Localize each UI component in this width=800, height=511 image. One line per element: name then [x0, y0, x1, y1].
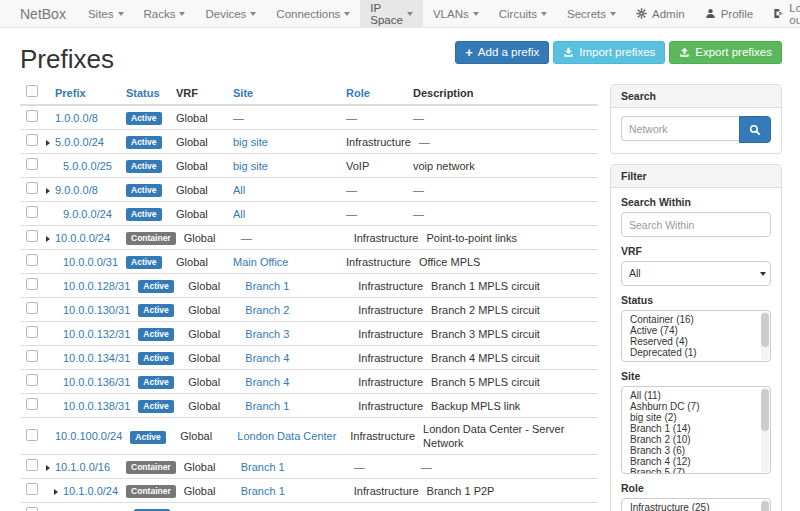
site-link[interactable]: Branch 1 [245, 280, 289, 292]
column-header-role[interactable]: Role [346, 87, 370, 99]
nav-item-log-out[interactable]: Log out [763, 0, 800, 27]
nav-item-sites[interactable]: Sites [78, 0, 134, 27]
site-link[interactable]: Branch 4 [245, 376, 289, 388]
site-link[interactable]: Branch 1 [241, 461, 285, 473]
column-header-site[interactable]: Site [233, 87, 253, 99]
vrf-cell: Global [172, 179, 229, 201]
prefix-link[interactable]: 10.0.0.0/31 [63, 255, 118, 269]
export-prefixes-button[interactable]: Export prefixes [669, 41, 782, 64]
option-branch-4-12[interactable]: Branch 4 (12) [622, 456, 770, 467]
row-checkbox[interactable] [26, 182, 38, 194]
site-link[interactable]: Branch 1 [241, 485, 285, 497]
row-checkbox[interactable] [26, 374, 38, 386]
row-checkbox[interactable] [26, 158, 38, 170]
option-active-74[interactable]: Active (74) [622, 325, 770, 336]
scrollbar-thumb[interactable] [761, 501, 769, 511]
row-checkbox[interactable] [26, 134, 38, 146]
site-multiselect[interactable]: All (11)Ashburn DC (7)big site (2)Branch… [621, 386, 771, 474]
prefix-link[interactable]: 10.0.0.0/24 [55, 231, 110, 245]
row-checkbox[interactable] [26, 278, 38, 290]
prefix-link[interactable]: 9.0.0.0/24 [63, 207, 112, 221]
option-big-site-2[interactable]: big site (2) [622, 412, 770, 423]
site-link[interactable]: Branch 3 [245, 328, 289, 340]
prefix-link[interactable]: 10.0.0.128/31 [63, 279, 130, 293]
row-checkbox[interactable] [26, 206, 38, 218]
row-checkbox[interactable] [26, 459, 38, 471]
option-all-11[interactable]: All (11) [622, 390, 770, 401]
row-checkbox[interactable] [26, 507, 38, 511]
prefix-link[interactable]: 10.0.0.132/31 [63, 327, 130, 341]
prefix-link[interactable]: 9.0.0.0/8 [55, 183, 98, 197]
vrf-cell: Global [180, 504, 237, 511]
option-infrastructure-25[interactable]: Infrastructure (25) [622, 502, 770, 511]
search-within-input[interactable] [621, 212, 771, 237]
nav-item-vlans[interactable]: VLANs [423, 0, 489, 27]
brand-link[interactable]: NetBox [12, 0, 78, 27]
nav-item-profile[interactable]: Profile [695, 0, 764, 27]
site-link[interactable]: big site [233, 136, 268, 148]
nav-item-admin[interactable]: Admin [626, 0, 695, 27]
role-multiselect[interactable]: Infrastructure (25)Management (8)Private… [621, 498, 771, 511]
role-cell: — [342, 107, 409, 129]
scrollbar-thumb[interactable] [761, 389, 769, 431]
search-input[interactable] [621, 116, 739, 141]
scrollbar-track [761, 312, 769, 360]
row-checkbox[interactable] [26, 326, 38, 338]
prefix-link[interactable]: 10.1.0.0/25 [71, 508, 126, 511]
option-branch-3-6[interactable]: Branch 3 (6) [622, 445, 770, 456]
scrollbar-thumb[interactable] [761, 313, 769, 347]
site-link[interactable]: big site [233, 160, 268, 172]
row-checkbox[interactable] [26, 398, 38, 410]
option-reserved-4[interactable]: Reserved (4) [622, 336, 770, 347]
nav-item-racks[interactable]: Racks [134, 0, 196, 27]
prefix-link[interactable]: 10.0.0.138/31 [63, 399, 130, 413]
column-header-status[interactable]: Status [126, 87, 160, 99]
nav-item-circuits[interactable]: Circuits [489, 0, 557, 27]
table-row: 9.0.0.0/8ActiveGlobalAll—— [20, 178, 598, 202]
site-link[interactable]: Branch 4 [245, 352, 289, 364]
site-link[interactable]: Branch 2 [245, 304, 289, 316]
prefix-link[interactable]: 10.0.0.136/31 [63, 375, 130, 389]
prefix-link[interactable]: 10.1.0.0/16 [55, 460, 110, 474]
row-checkbox[interactable] [26, 230, 38, 242]
option-ashburn-dc-7[interactable]: Ashburn DC (7) [622, 401, 770, 412]
import-prefixes-button[interactable]: Import prefixes [553, 41, 665, 64]
prefix-link[interactable]: 10.0.0.130/31 [63, 303, 130, 317]
select-all-checkbox[interactable] [26, 85, 38, 97]
row-checkbox[interactable] [26, 254, 38, 266]
option-branch-5-7[interactable]: Branch 5 (7) [622, 467, 770, 474]
option-branch-1-14[interactable]: Branch 1 (14) [622, 423, 770, 434]
site-link[interactable]: All [233, 184, 245, 196]
role-cell: — [342, 203, 409, 225]
site-link[interactable]: All [233, 208, 245, 220]
option-container-16[interactable]: Container (16) [622, 314, 770, 325]
prefix-link[interactable]: 5.0.0.0/25 [63, 159, 112, 173]
site-link[interactable]: Main Office [233, 256, 288, 268]
nav-item-connections[interactable]: Connections [266, 0, 360, 27]
nav-item-devices[interactable]: Devices [195, 0, 266, 27]
nav-item-ip-space[interactable]: IP Space [360, 0, 423, 27]
filter-label-vrf: VRF [621, 245, 771, 257]
vrf-select[interactable]: All [621, 261, 771, 286]
row-checkbox[interactable] [26, 350, 38, 362]
row-checkbox[interactable] [26, 483, 38, 495]
prefix-link[interactable]: 5.0.0.0/24 [55, 135, 104, 149]
sidebar: Search Filter Search Within VRF All Stat [610, 84, 782, 511]
add-prefix-button[interactable]: + Add a prefix [455, 41, 549, 64]
nav-item-secrets[interactable]: Secrets [557, 0, 626, 27]
prefix-link[interactable]: 10.0.100.0/24 [55, 429, 122, 443]
prefix-link[interactable]: 1.0.0.0/8 [55, 111, 98, 125]
search-button[interactable] [739, 116, 771, 143]
site-link[interactable]: Branch 1 [245, 400, 289, 412]
option-branch-2-10[interactable]: Branch 2 (10) [622, 434, 770, 445]
row-checkbox[interactable] [26, 302, 38, 314]
row-checkbox[interactable] [26, 110, 38, 122]
site-link[interactable]: London Data Center [237, 430, 336, 442]
option-deprecated-1[interactable]: Deprecated (1) [622, 347, 770, 358]
prefix-link[interactable]: 10.1.0.0/24 [63, 484, 118, 498]
column-header-prefix[interactable]: Prefix [55, 86, 86, 100]
prefix-link[interactable]: 10.0.0.134/31 [63, 351, 130, 365]
row-checkbox[interactable] [26, 429, 38, 441]
expand-children-icon [46, 183, 55, 197]
status-multiselect[interactable]: Container (16)Active (74)Reserved (4)Dep… [621, 310, 771, 362]
